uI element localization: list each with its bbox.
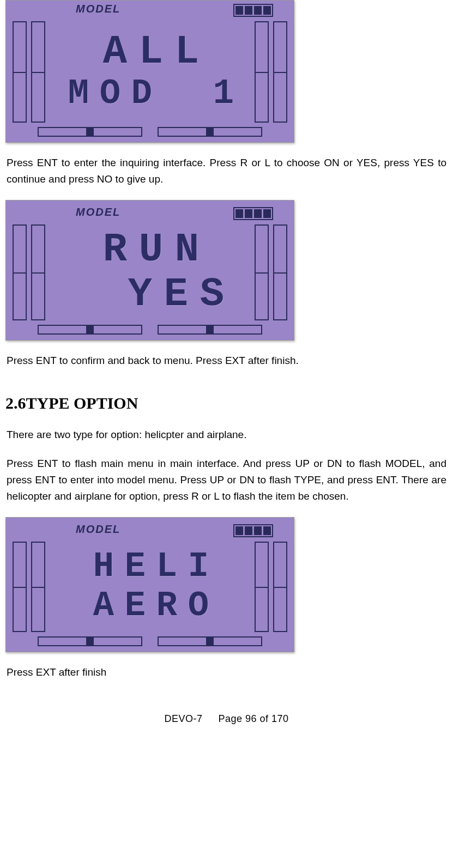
lcd-model-label: MODEL bbox=[10, 206, 120, 218]
left-gauge-1 bbox=[13, 21, 27, 123]
lcd-header: MODEL bbox=[10, 523, 289, 537]
bottom-gauge-right bbox=[158, 127, 262, 137]
bottom-gauge-left bbox=[38, 127, 142, 137]
seg-char: L bbox=[152, 549, 180, 584]
left-gauge-1 bbox=[13, 542, 27, 632]
paragraph-5: Press EXT after finish bbox=[7, 664, 446, 681]
seg-char: E bbox=[120, 549, 148, 584]
seg-char: I bbox=[183, 549, 212, 584]
seg-char: N bbox=[170, 229, 202, 270]
footer-model: DEVO-7 bbox=[164, 713, 202, 724]
bottom-gauge-left bbox=[38, 636, 142, 646]
seg-char: M bbox=[63, 76, 92, 111]
footer-page: Page 96 of 170 bbox=[218, 713, 288, 724]
left-gauge-2 bbox=[31, 224, 45, 320]
right-gauge-1 bbox=[255, 542, 269, 632]
lcd-footer-gauges bbox=[10, 324, 289, 336]
paragraph-2: Press ENT to confirm and back to menu. P… bbox=[7, 353, 446, 369]
seg-char: 1 bbox=[208, 76, 237, 111]
right-gauge-1 bbox=[255, 224, 269, 320]
seg-char: L bbox=[170, 32, 202, 72]
seg-char: A bbox=[88, 588, 117, 623]
lcd-model-label: MODEL bbox=[10, 523, 120, 536]
left-gauge-2 bbox=[31, 542, 45, 632]
seg-char: D bbox=[126, 76, 155, 111]
battery-icon bbox=[233, 524, 273, 537]
seg-char: Y bbox=[123, 274, 155, 314]
bottom-gauge-right bbox=[158, 325, 262, 335]
left-gauge-2 bbox=[31, 21, 45, 123]
seg-char: R bbox=[152, 588, 180, 623]
bottom-gauge-left bbox=[38, 325, 142, 335]
paragraph-4: Press ENT to flash main menu in main int… bbox=[7, 456, 446, 505]
seg-char: L bbox=[134, 32, 166, 72]
seg-char: O bbox=[183, 588, 212, 623]
section-heading: 2.6TYPE OPTION bbox=[5, 394, 448, 412]
bottom-gauge-right bbox=[158, 636, 262, 646]
lcd-screenshot-3: MODEL H E L I A E R O bbox=[5, 517, 294, 652]
lcd-screenshot-2: MODEL R U N Y E S bbox=[5, 200, 294, 341]
seg-char: E bbox=[159, 274, 191, 314]
right-gauge-2 bbox=[273, 542, 287, 632]
lcd-text-area: H E L I A E R O bbox=[47, 537, 252, 635]
seg-char: O bbox=[95, 76, 123, 111]
seg-char: H bbox=[88, 549, 117, 584]
lcd-model-label: MODEL bbox=[10, 3, 120, 15]
right-gauge-2 bbox=[273, 21, 287, 123]
lcd-footer-gauges bbox=[10, 126, 289, 138]
lcd-footer-gauges bbox=[10, 635, 289, 647]
right-gauge-1 bbox=[255, 21, 269, 123]
left-gauge-1 bbox=[13, 224, 27, 320]
lcd-text-area: R U N Y E S bbox=[47, 220, 252, 324]
lcd-header: MODEL bbox=[10, 206, 289, 220]
lcd-text-area: A L L M O D 1 bbox=[47, 17, 252, 126]
seg-char: U bbox=[134, 229, 166, 270]
battery-icon bbox=[233, 207, 273, 220]
seg-char: R bbox=[98, 229, 130, 270]
seg-char: A bbox=[98, 32, 130, 72]
lcd-screenshot-1: MODEL A L L M O D 1 bbox=[5, 0, 294, 143]
page-footer: DEVO-7 Page 96 of 170 bbox=[5, 713, 448, 725]
battery-icon bbox=[233, 4, 273, 17]
paragraph-1: Press ENT to enter the inquiring interfa… bbox=[7, 155, 446, 188]
right-gauge-2 bbox=[273, 224, 287, 320]
lcd-header: MODEL bbox=[10, 3, 289, 17]
seg-char: S bbox=[195, 274, 227, 314]
paragraph-3: There are two type for option: helicpter… bbox=[7, 427, 446, 443]
seg-char: E bbox=[120, 588, 148, 623]
